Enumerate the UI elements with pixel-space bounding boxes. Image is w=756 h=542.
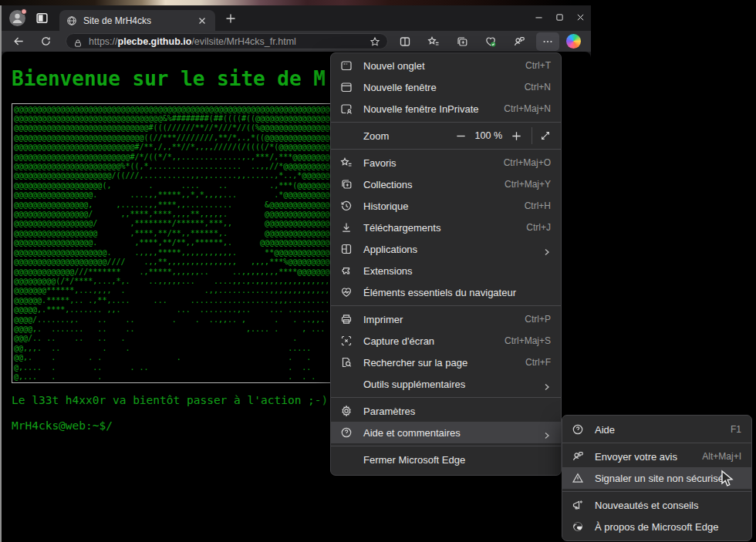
wallpaper-strip [0, 0, 591, 5]
menu-separator [331, 397, 561, 398]
menu-separator [562, 491, 751, 492]
menu-item-outils-supplementaires[interactable]: Outils supplémentaires [331, 373, 561, 395]
menu-item-fermer-edge[interactable]: Fermer Microsoft Edge [331, 449, 561, 470]
help-circle-icon [572, 423, 584, 436]
menu-item-imprimer[interactable]: Imprimer Ctrl+P [331, 308, 561, 330]
chevron-right-icon [543, 429, 551, 436]
send-feedback-icon [572, 450, 584, 463]
divider [532, 127, 532, 144]
submenu-item-a-propos-edge[interactable]: À propos de Microsoft Edge [562, 516, 751, 537]
refresh-button[interactable] [35, 32, 56, 51]
menu-item-nouvelle-fenetre[interactable]: Nouvelle fenêtre Ctrl+N [331, 76, 561, 98]
menu-item-fenetre-inprivate[interactable]: Nouvelle fenêtre InPrivate Ctrl+Maj+N [331, 98, 561, 120]
menu-item-capture-ecran[interactable]: Capture d'écran Ctrl+Maj+S [331, 330, 561, 352]
settings-and-more-button[interactable] [536, 32, 559, 51]
submenu-item-envoyer-votre-avis[interactable]: Envoyer votre avis Alt+Maj+I [562, 446, 751, 467]
add-favorite-star-icon[interactable] [370, 36, 380, 47]
url-domain: plecbe.github.io [118, 36, 192, 47]
close-window-button[interactable] [570, 5, 591, 29]
menu-item-parametres[interactable]: Paramètres [331, 400, 561, 422]
chevron-right-icon [543, 245, 551, 253]
menu-separator [331, 305, 561, 306]
browser-essentials-button[interactable] [479, 32, 502, 51]
lock-icon[interactable] [73, 37, 83, 46]
feedback-button[interactable] [508, 32, 531, 51]
zoom-out-button[interactable] [455, 130, 467, 142]
menu-item-applications[interactable]: Applications [331, 238, 561, 260]
warning-triangle-icon [572, 472, 584, 484]
submenu-item-nouveautes-et-conseils[interactable]: Nouveautés et conseils [562, 494, 751, 516]
globe-icon [66, 15, 77, 26]
menu-item-collections[interactable]: Collections Ctrl+Maj+Y [331, 173, 561, 195]
inprivate-icon [340, 103, 353, 115]
settings-and-more-menu: Nouvel onglet Ctrl+T Nouvelle fenêtre Ct… [330, 52, 562, 476]
new-tab-icon [340, 59, 353, 72]
navigation-toolbar: https://plecbe.github.io/evilsite/MrH4ck… [2, 31, 591, 52]
new-window-icon [340, 81, 353, 93]
menu-item-zoom: Zoom 100 % [331, 125, 561, 146]
split-screen-button[interactable] [393, 32, 417, 51]
minimize-button[interactable] [528, 5, 549, 29]
menu-item-rechercher[interactable]: Rechercher sur la page Ctrl+F [331, 352, 561, 373]
tab-title: Site de MrH4cks [83, 15, 196, 26]
menu-separator [562, 443, 751, 443]
menu-separator [331, 122, 561, 123]
url-path: /evilsite/MrH4cks_fr.html [191, 36, 295, 47]
ascii-art-skull: @@@@@@@@@@@@@@@@@@@@@@@@@@@@@@@@@@@@@@@@… [12, 103, 343, 384]
url-text: https://plecbe.github.io/evilsite/MrH4ck… [89, 36, 365, 47]
settings-gear-icon [340, 405, 353, 417]
edge-logo-icon [572, 520, 584, 533]
tab-site-de-mrh4cks[interactable]: Site de MrH4cks [59, 10, 215, 31]
find-on-page-icon [340, 356, 353, 369]
tab-close-icon[interactable] [196, 15, 208, 27]
mouse-cursor [720, 470, 734, 490]
zoom-value: 100 % [475, 130, 502, 141]
extensions-puzzle-icon [340, 264, 353, 277]
help-circle-icon [340, 426, 353, 439]
window-controls [528, 5, 591, 29]
new-tab-button[interactable] [224, 12, 237, 25]
menu-item-telechargements[interactable]: Téléchargements Ctrl+J [331, 217, 561, 238]
menu-item-aide-et-commentaires[interactable]: Aide et commentaires [331, 422, 561, 443]
whats-new-megaphone-icon [572, 499, 584, 511]
address-bar[interactable]: https://plecbe.github.io/evilsite/MrH4ck… [66, 33, 388, 49]
collections-icon [340, 178, 353, 190]
apps-grid-icon [340, 243, 353, 255]
desktop: Site de MrH4cks [0, 0, 756, 542]
fullscreen-icon[interactable] [540, 130, 551, 141]
browser-essentials-icon [340, 286, 353, 298]
maximize-button[interactable] [549, 5, 570, 29]
copilot-icon[interactable] [566, 34, 581, 49]
screenshot-icon [340, 335, 353, 347]
menu-item-extensions[interactable]: Extensions [331, 260, 561, 281]
titlebar: Site de MrH4cks [2, 5, 591, 31]
submenu-item-aide[interactable]: Aide F1 [562, 419, 751, 440]
chevron-right-icon [543, 380, 551, 388]
print-icon [340, 313, 353, 325]
history-icon [340, 200, 353, 212]
menu-item-historique[interactable]: Historique Ctrl+H [331, 195, 561, 217]
menu-item-favoris[interactable]: Favoris Ctrl+Maj+O [331, 152, 561, 173]
zoom-in-button[interactable] [511, 130, 522, 142]
menu-item-elements-essentiels[interactable]: Éléments essentiels du navigateur [331, 281, 561, 303]
notification-dot [21, 8, 27, 15]
workspaces-icon[interactable] [35, 12, 49, 25]
favorites-button[interactable] [422, 32, 445, 51]
back-button[interactable] [8, 32, 29, 51]
downloads-icon [340, 221, 353, 234]
collections-button[interactable] [451, 32, 474, 51]
profile-avatar[interactable] [9, 10, 25, 26]
menu-separator [331, 446, 561, 446]
menu-item-nouvel-onglet[interactable]: Nouvel onglet Ctrl+T [331, 55, 561, 76]
menu-separator [331, 149, 561, 150]
url-scheme: https:// [89, 36, 118, 47]
favorites-star-icon [340, 157, 353, 169]
